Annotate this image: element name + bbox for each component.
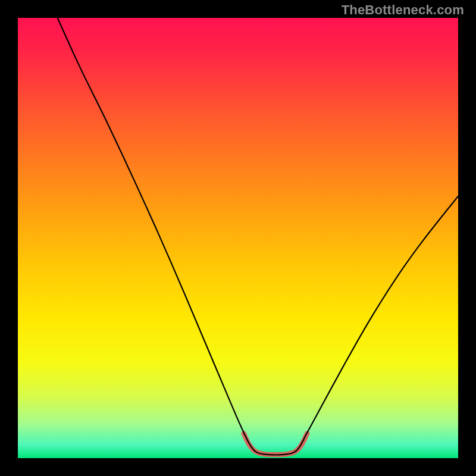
bottleneck-chart: [18, 18, 458, 458]
chart-frame: TheBottleneck.com: [0, 0, 476, 476]
watermark-label: TheBottleneck.com: [342, 2, 464, 18]
plot-area: [18, 18, 458, 458]
gradient-background: [18, 18, 458, 458]
